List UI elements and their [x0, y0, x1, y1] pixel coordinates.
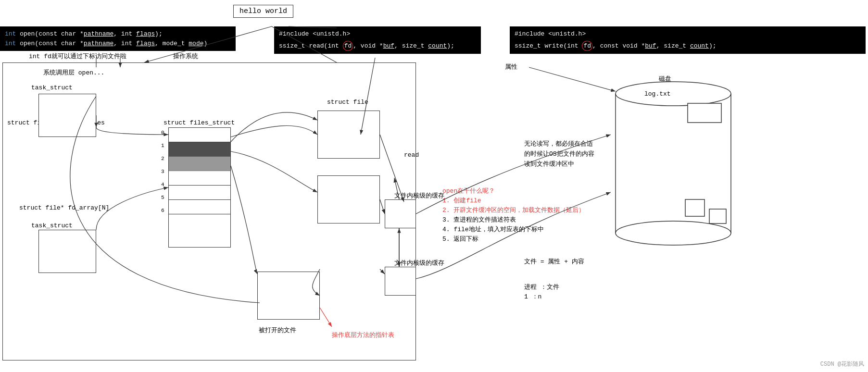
svg-rect-5	[685, 199, 704, 216]
task-struct-label-2: task_struct	[31, 222, 73, 229]
method-table-label: 操作底层方法的指针表	[332, 331, 394, 339]
hello-world-text: hello world	[239, 7, 287, 15]
row-2: 2	[161, 156, 164, 161]
task-struct-box-2	[38, 230, 96, 273]
disk-svg	[611, 79, 736, 252]
row-4: 4	[161, 182, 164, 187]
os-label: 操作系统	[173, 52, 198, 61]
code-include-1: #include <unistd.h>	[279, 29, 476, 39]
svg-rect-4	[688, 103, 721, 123]
code-box-open: int open(const char *pathname, int flags…	[0, 26, 236, 51]
hello-world-label: hello world	[233, 5, 293, 18]
ratio: 1 ：n	[524, 292, 541, 301]
open-step-2: 2. 开辟文件缓冲区的空间，加载文件数据（延后）	[442, 206, 585, 214]
watermark: CSDN @花影随风	[820, 360, 864, 368]
code-line-1: int open(const char *pathname, int flags…	[5, 29, 231, 39]
open-question: open在干什么呢？	[442, 186, 495, 195]
row-6: 6	[161, 208, 164, 213]
read-label: read	[404, 151, 419, 159]
read-write-note: 无论读写，都必须在合适的时候让OS把文件的内容读到文件缓冲区中	[524, 139, 594, 169]
open-step-4: 4. file地址，填入对应表的下标中	[442, 225, 544, 234]
task-struct-label-1: task_struct	[31, 84, 73, 91]
kernel-buffer-box-1	[385, 199, 416, 228]
files-struct-box	[168, 127, 231, 248]
row-1: 1	[161, 143, 164, 149]
code-read-sig: ssize_t read(int fd, void *buf, size_t c…	[279, 41, 476, 51]
log-txt-label: log.txt	[644, 90, 671, 98]
open-step-1: 1. 创建file	[442, 196, 481, 205]
kernel-buffer-2: 文件内核级的缓存	[394, 259, 444, 267]
open-step-5: 5. 返回下标	[442, 235, 478, 243]
struct-file-box-1	[317, 111, 380, 159]
task-struct-box-1	[38, 94, 96, 137]
attribute-label: 属性	[505, 62, 517, 71]
row-5: 5	[161, 195, 164, 200]
svg-point-0	[616, 82, 731, 106]
svg-rect-6	[709, 209, 726, 223]
svg-line-21	[529, 67, 616, 91]
struct-file-box-3	[257, 272, 320, 320]
fd-array-label: struct file* fd_array[N]	[19, 204, 109, 211]
struct-file-label: struct file	[327, 99, 368, 106]
opened-file-label: 被打开的文件	[259, 326, 296, 335]
kernel-buffer-box-2	[385, 267, 416, 296]
code-write-sig: ssize_t write(int fd, const void *buf, s…	[515, 41, 861, 51]
fd-note: int fd就可以通过下标访问文件啦	[29, 52, 126, 61]
file-equation: 文件 = 属性 + 内容	[524, 257, 584, 266]
kernel-buffer-1: 文件内核级的缓存	[394, 191, 444, 200]
files-struct-label: struct files_struct	[164, 119, 235, 126]
struct-file-box-2	[317, 175, 380, 223]
svg-point-3	[616, 221, 731, 245]
code-box-read: #include <unistd.h> ssize_t read(int fd,…	[274, 26, 481, 54]
code-box-write: #include <unistd.h> ssize_t write(int fd…	[510, 26, 866, 54]
process-file: 进程 ：文件	[524, 283, 559, 291]
row-0: 0	[161, 130, 164, 136]
code-include-2: #include <unistd.h>	[515, 29, 861, 39]
row-3: 3	[161, 169, 164, 174]
open-step-3: 3. 查进程的文件描述符表	[442, 215, 516, 224]
code-line-2: int open(const char *pathname, int flags…	[5, 39, 231, 49]
syscall-layer: 系统调用层 open...	[43, 68, 104, 77]
